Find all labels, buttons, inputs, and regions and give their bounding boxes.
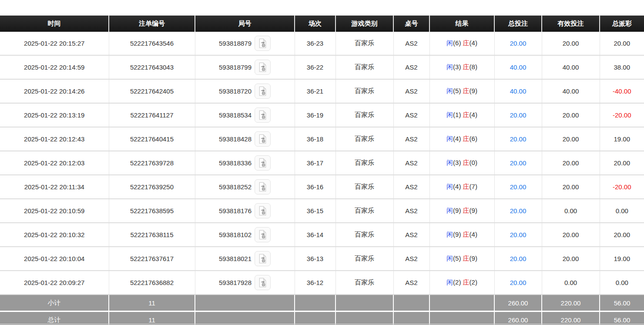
- video-replay-button[interactable]: [255, 155, 271, 171]
- result-player-label: 闲: [446, 231, 453, 238]
- cell-result: 闲(1) 庄(4): [429, 103, 494, 127]
- grand-total-empty-cell: [195, 312, 295, 325]
- cell-bet-id: 522217643043: [109, 55, 195, 79]
- video-replay-button[interactable]: [255, 36, 271, 51]
- column-header-game-type: 游戏类别: [335, 16, 393, 32]
- result-banker-score: (4): [470, 231, 477, 238]
- column-header-bet-id: 注单编号: [109, 16, 195, 32]
- video-replay-button[interactable]: [255, 227, 271, 242]
- cell-payout: 19.00: [600, 127, 644, 151]
- video-replay-button[interactable]: [255, 131, 271, 147]
- cell-round-no: 593818428: [195, 127, 295, 151]
- cell-valid-bet: 20.00: [542, 127, 600, 151]
- cell-total-bet: 20.00: [494, 223, 542, 247]
- cell-table-no: AS2: [393, 151, 429, 175]
- cell-result: 闲(4) 庄(7): [429, 175, 494, 199]
- video-replay-button[interactable]: [255, 251, 271, 266]
- video-replay-button[interactable]: [255, 84, 271, 99]
- table-row: 2025-01-22 20:10:04 522217637617 5938180…: [0, 247, 644, 271]
- table-row: 2025-01-22 20:13:19 522217641127 5938185…: [0, 103, 644, 127]
- cell-result: 闲(5) 庄(9): [429, 247, 494, 271]
- result-player-score: (5): [453, 87, 461, 94]
- column-header-total-bet: 总投注: [494, 16, 542, 32]
- cell-payout: 20.00: [600, 151, 644, 175]
- result-banker-score: (8): [470, 63, 477, 70]
- result-banker-label: 庄: [463, 39, 470, 47]
- cell-time: 2025-01-22 20:11:34: [0, 175, 109, 199]
- table-row: 2025-01-22 20:15:27 522217643546 5938188…: [0, 32, 644, 55]
- subtotal-empty-cell: [195, 295, 295, 312]
- video-replay-icon: [258, 278, 268, 288]
- round-number: 593818252: [219, 183, 252, 191]
- result-player-label: 闲: [446, 255, 453, 262]
- video-replay-button[interactable]: [255, 60, 271, 75]
- result-player-label: 闲: [446, 278, 453, 286]
- cell-payout: -20.00: [600, 175, 644, 199]
- cell-game-type: 百家乐: [335, 103, 393, 127]
- page-bottom-edge: [0, 324, 644, 325]
- cell-table-no: AS2: [393, 247, 429, 271]
- cell-game-type: 百家乐: [335, 223, 393, 247]
- result-banker-score: (9): [470, 207, 477, 214]
- result-banker-label: 庄: [463, 255, 470, 262]
- cell-session: 36-17: [295, 151, 335, 175]
- cell-bet-id: 522217641127: [109, 103, 195, 127]
- cell-game-type: 百家乐: [335, 55, 393, 79]
- video-replay-icon: [258, 182, 268, 192]
- round-number: 593818428: [219, 135, 252, 143]
- cell-round-no: 593818102: [195, 223, 295, 247]
- column-header-session: 场次: [295, 16, 335, 32]
- result-player-label: 闲: [446, 87, 453, 94]
- result-player-score: (6): [453, 39, 461, 47]
- cell-round-no: 593818720: [195, 79, 295, 103]
- grand-total-empty-cell: [295, 312, 335, 325]
- cell-valid-bet: 40.00: [542, 79, 600, 103]
- result-banker-label: 庄: [463, 183, 470, 190]
- cell-table-no: AS2: [393, 103, 429, 127]
- cell-round-no: 593818021: [195, 247, 295, 271]
- cell-round-no: 593818879: [195, 32, 295, 55]
- header-row: 时间 注单编号 局号 场次 游戏类别 桌号 结果 总投注 有效投注 总派彩: [0, 16, 644, 32]
- cell-game-type: 百家乐: [335, 271, 393, 295]
- video-replay-button[interactable]: [255, 107, 271, 123]
- cell-game-type: 百家乐: [335, 79, 393, 103]
- cell-total-bet: 20.00: [494, 247, 542, 271]
- bet-records-table: 时间 注单编号 局号 场次 游戏类别 桌号 结果 总投注 有效投注 总派彩 20…: [0, 15, 644, 325]
- cell-result: 闲(3) 庄(0): [429, 151, 494, 175]
- cell-total-bet: 20.00: [494, 151, 542, 175]
- cell-session: 36-23: [295, 32, 335, 55]
- video-replay-button[interactable]: [255, 203, 271, 218]
- cell-table-no: AS2: [393, 55, 429, 79]
- subtotal-valid-bet: 220.00: [542, 295, 600, 312]
- cell-valid-bet: 20.00: [542, 175, 600, 199]
- cell-bet-id: 522217636882: [109, 271, 195, 295]
- video-replay-icon: [258, 62, 268, 72]
- cell-valid-bet: 20.00: [542, 32, 600, 55]
- cell-time: 2025-01-22 20:10:59: [0, 199, 109, 223]
- result-banker-score: (2): [470, 278, 477, 286]
- cell-time: 2025-01-22 20:13:19: [0, 103, 109, 127]
- round-number: 593818879: [219, 40, 252, 47]
- cell-payout: 0.00: [600, 199, 644, 223]
- result-player-score: (3): [453, 159, 461, 166]
- cell-time: 2025-01-22 20:10:32: [0, 223, 109, 247]
- subtotal-total-bet: 260.00: [494, 295, 542, 312]
- video-replay-icon: [258, 38, 268, 48]
- cell-round-no: 593818176: [195, 199, 295, 223]
- result-banker-score: (0): [470, 159, 477, 166]
- column-header-table-no: 桌号: [393, 16, 429, 32]
- cell-payout: 19.00: [600, 247, 644, 271]
- cell-session: 36-19: [295, 103, 335, 127]
- result-banker-label: 庄: [463, 111, 470, 118]
- cell-bet-id: 522217637617: [109, 247, 195, 271]
- subtotal-count: 11: [109, 295, 195, 312]
- result-player-score: (2): [453, 278, 461, 286]
- result-player-label: 闲: [446, 207, 453, 214]
- video-replay-button[interactable]: [255, 275, 271, 290]
- cell-bet-id: 522217639250: [109, 175, 195, 199]
- cell-table-no: AS2: [393, 79, 429, 103]
- video-replay-button[interactable]: [255, 179, 271, 194]
- cell-game-type: 百家乐: [335, 247, 393, 271]
- cell-payout: 38.00: [600, 55, 644, 79]
- cell-valid-bet: 20.00: [542, 247, 600, 271]
